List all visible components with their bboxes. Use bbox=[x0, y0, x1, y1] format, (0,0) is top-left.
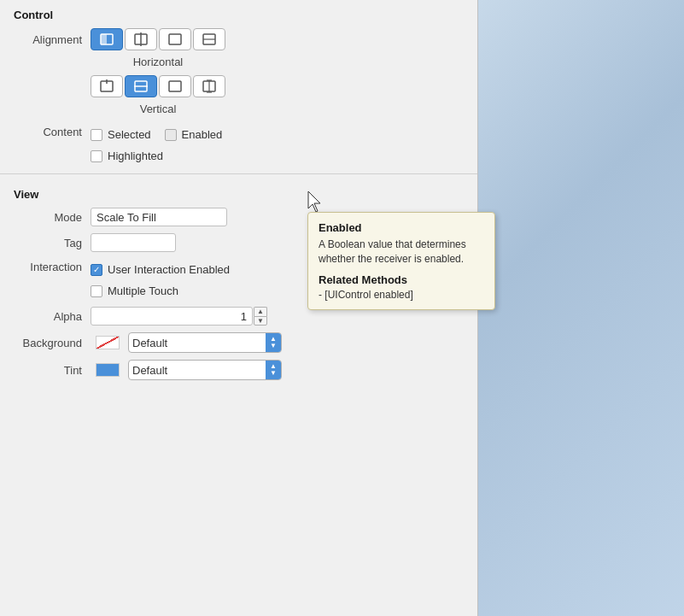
interaction-first-row: User Interaction Enabled bbox=[91, 261, 230, 279]
tag-field[interactable] bbox=[91, 233, 176, 252]
svg-rect-4 bbox=[169, 34, 181, 44]
interaction-label: Interaction bbox=[14, 261, 91, 273]
vertical-label: Vertical bbox=[91, 101, 225, 119]
tag-label: Tag bbox=[14, 237, 91, 249]
content-row: Content Selected Enabled Highlighted bbox=[0, 119, 477, 168]
alpha-stepper-up[interactable]: ▲ bbox=[254, 307, 267, 316]
vertical-label-row: Vertical bbox=[0, 101, 477, 119]
alpha-stepper-down[interactable]: ▼ bbox=[254, 316, 267, 326]
background-label: Background bbox=[14, 337, 91, 349]
highlighted-checkbox[interactable] bbox=[91, 150, 102, 162]
multiple-touch-label: Multiple Touch bbox=[108, 285, 178, 297]
content-options: Selected Enabled Highlighted bbox=[91, 126, 222, 165]
content-label: Content bbox=[14, 126, 91, 138]
align-h-left-btn[interactable] bbox=[91, 28, 123, 50]
highlighted-label: Highlighted bbox=[108, 150, 163, 162]
selected-checkbox-row: Selected bbox=[91, 128, 151, 141]
highlighted-checkbox-row: Highlighted bbox=[91, 150, 163, 162]
multiple-touch-checkbox[interactable] bbox=[91, 285, 102, 297]
tooltip-related-title: Related Methods bbox=[319, 273, 484, 286]
alignment-v-group bbox=[91, 75, 225, 97]
user-interaction-row: User Interaction Enabled bbox=[91, 263, 230, 276]
enabled-checkbox-row: Enabled bbox=[165, 128, 223, 141]
tooltip-description: A Boolean value that determines whether … bbox=[319, 238, 484, 267]
tint-row: Tint Default ▲ ▼ bbox=[0, 356, 477, 384]
user-interaction-label: User Interaction Enabled bbox=[108, 263, 230, 276]
tooltip-popup: Enabled A Boolean value that determines … bbox=[307, 212, 495, 310]
interaction-options: User Interaction Enabled Multiple Touch bbox=[91, 261, 230, 300]
control-section-header: Control bbox=[0, 0, 477, 25]
alpha-stepper: ▲ ▼ bbox=[254, 307, 267, 326]
content-first-row: Selected Enabled bbox=[91, 126, 222, 144]
horizontal-label: Horizontal bbox=[91, 54, 225, 72]
tint-dropdown-arrow: ▲ ▼ bbox=[266, 361, 281, 379]
selected-checkbox[interactable] bbox=[91, 129, 102, 141]
tint-color-swatch[interactable] bbox=[92, 361, 123, 379]
background-dropdown-arrow: ▲ ▼ bbox=[266, 333, 281, 352]
vertical-alignment-row bbox=[0, 72, 477, 101]
tint-control: Default ▲ ▼ bbox=[91, 360, 282, 380]
user-interaction-checkbox[interactable] bbox=[91, 264, 102, 276]
align-h-fill-btn[interactable] bbox=[193, 28, 225, 50]
align-v-bottom-btn[interactable] bbox=[159, 75, 191, 97]
horizontal-label-row: Horizontal bbox=[0, 54, 477, 72]
interaction-second-row: Multiple Touch bbox=[91, 282, 230, 300]
tint-swatch-visual bbox=[96, 363, 120, 377]
tint-dropdown-text: Default bbox=[129, 364, 266, 377]
tooltip-method: - [UIControl enabled] bbox=[319, 289, 484, 301]
alignment-row: Alignment bbox=[0, 25, 477, 54]
alpha-field[interactable] bbox=[91, 307, 253, 326]
align-v-center-btn[interactable] bbox=[125, 75, 157, 97]
alignment-h-group bbox=[91, 28, 225, 50]
align-h-right-btn[interactable] bbox=[159, 28, 191, 50]
background-color-swatch[interactable] bbox=[92, 333, 123, 352]
divider-control-view bbox=[0, 173, 477, 174]
align-h-center-btn[interactable] bbox=[125, 28, 157, 50]
background-control: Default ▲ ▼ bbox=[91, 332, 282, 353]
enabled-checkbox[interactable] bbox=[165, 129, 177, 141]
tint-label: Tint bbox=[14, 364, 91, 377]
alignment-label: Alignment bbox=[14, 33, 91, 46]
background-swatch-visual bbox=[96, 336, 120, 349]
background-row: Background Default ▲ ▼ bbox=[0, 329, 477, 356]
content-second-row: Highlighted bbox=[91, 147, 222, 165]
mode-label: Mode bbox=[14, 211, 91, 224]
mode-field[interactable] bbox=[91, 208, 227, 226]
multiple-touch-row: Multiple Touch bbox=[91, 285, 178, 297]
enabled-label: Enabled bbox=[182, 128, 223, 141]
tint-dropdown[interactable]: Default ▲ ▼ bbox=[128, 360, 282, 380]
background-dropdown[interactable]: Default ▲ ▼ bbox=[128, 332, 282, 353]
tooltip-title: Enabled bbox=[319, 221, 484, 234]
align-v-top-btn[interactable] bbox=[91, 75, 123, 97]
background-dropdown-text: Default bbox=[129, 337, 266, 349]
svg-rect-1 bbox=[101, 34, 107, 44]
alpha-control: ▲ ▼ bbox=[91, 307, 267, 326]
view-section-header: View bbox=[0, 179, 477, 204]
svg-rect-11 bbox=[169, 81, 181, 91]
alpha-label: Alpha bbox=[14, 310, 91, 323]
selected-label: Selected bbox=[108, 128, 151, 141]
align-v-fill-btn[interactable] bbox=[193, 75, 225, 97]
